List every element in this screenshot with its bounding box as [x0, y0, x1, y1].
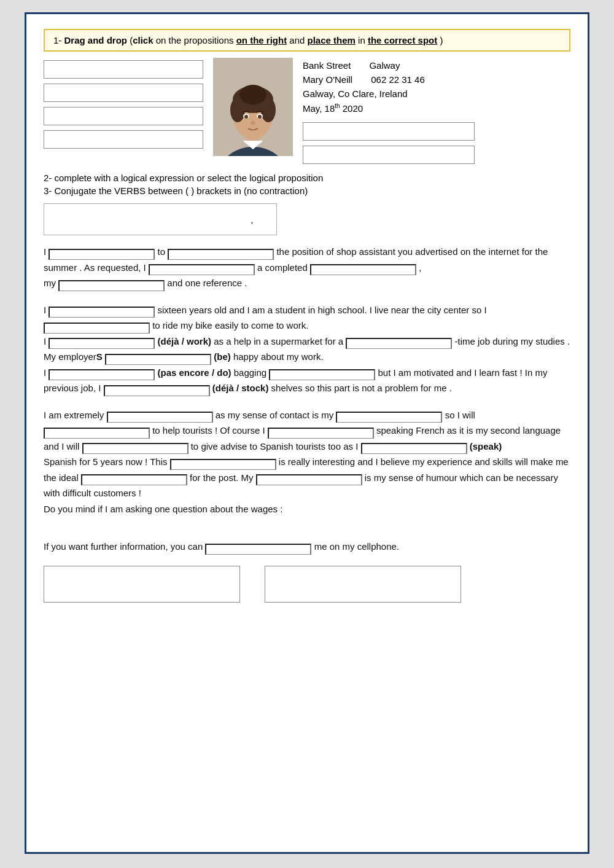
- address-input-2[interactable]: [303, 146, 475, 164]
- phone-label: 062 22 31 46: [371, 74, 425, 85]
- blank-3-7[interactable]: [170, 459, 276, 470]
- right-info: Bank Street Galway Mary O'Neill 062 22 3…: [303, 58, 570, 164]
- inst1-prefix: 1-: [53, 35, 64, 45]
- blank-3-4[interactable]: [268, 428, 374, 439]
- para-2: I sixteen years old and I am a student i…: [44, 302, 570, 396]
- blank-3-3[interactable]: [44, 428, 150, 439]
- bottom-area: [44, 566, 570, 603]
- inst1-mid4: in: [356, 35, 368, 45]
- photo-area: [213, 58, 293, 156]
- para-1: I to the position of shop assistant you …: [44, 244, 570, 291]
- contact-row-2: Mary O'Neill 062 22 31 46: [303, 74, 570, 85]
- blank-3-8[interactable]: [81, 474, 187, 485]
- inst1-bold4: place them: [308, 35, 356, 45]
- blank-3-5[interactable]: [82, 443, 188, 454]
- svg-point-5: [230, 98, 245, 122]
- street-label: Bank Street: [303, 60, 351, 71]
- blank-2-3[interactable]: [49, 338, 155, 349]
- blank-3-6[interactable]: [361, 443, 467, 454]
- inst1-end: ): [437, 35, 443, 45]
- inst1-bold2: click: [133, 35, 153, 45]
- city-label: Galway: [369, 60, 400, 71]
- svg-point-12: [251, 121, 255, 125]
- contact-row-3: Galway, Co Clare, Ireland: [303, 88, 570, 99]
- blank-1-5[interactable]: [58, 280, 165, 291]
- svg-point-10: [244, 115, 248, 119]
- salutation-input[interactable]: [50, 214, 248, 225]
- input-field-4[interactable]: [44, 130, 203, 149]
- blank-2-8[interactable]: [104, 385, 210, 396]
- inst2-prefix: 2-: [44, 173, 55, 183]
- left-inputs: [44, 58, 203, 164]
- salutation-box[interactable]: ,: [44, 203, 277, 235]
- inst1-bold1: Drag and drop: [64, 35, 130, 45]
- inst2-bold2: or select: [196, 173, 231, 183]
- spacer: [44, 528, 570, 539]
- contact-row-4: May, 18th 2020: [303, 103, 570, 114]
- instruction-3: 3- Conjugate the VERBS between ( ) brack…: [44, 186, 570, 196]
- inst1-mid3: and: [287, 35, 307, 45]
- signature-right[interactable]: [265, 566, 461, 603]
- inst2-end: the logical proposition: [231, 173, 323, 183]
- blank-1-1[interactable]: [49, 249, 155, 260]
- blank-2-1[interactable]: [49, 307, 155, 318]
- address-label: Galway, Co Clare, Ireland: [303, 88, 408, 99]
- blank-2-4[interactable]: [346, 338, 452, 349]
- input-field-2[interactable]: [44, 84, 203, 102]
- date-label: May, 18th 2020: [303, 103, 363, 114]
- input-field-3[interactable]: [44, 107, 203, 125]
- para-3: I am extremely as my sense of contact is…: [44, 407, 570, 517]
- main-page: 1- Drag and drop (click on the propositi…: [25, 12, 589, 854]
- instruction-2: 2- complete with a logical expression or…: [44, 173, 570, 183]
- person-photo: [213, 58, 293, 156]
- blank-1-2[interactable]: [168, 249, 274, 260]
- blank-2-2[interactable]: [44, 323, 150, 334]
- salutation-area: ,: [44, 203, 570, 235]
- blank-1-4[interactable]: [310, 264, 416, 275]
- contact-row-1: Bank Street Galway: [303, 60, 570, 71]
- right-inputs: [303, 122, 570, 164]
- inst1-bold3: on the right: [236, 35, 287, 45]
- blank-3-9[interactable]: [256, 474, 362, 485]
- input-field-1[interactable]: [44, 60, 203, 79]
- p1-i: I: [44, 246, 49, 257]
- address-input-1[interactable]: [303, 122, 475, 141]
- blank-2-6[interactable]: [49, 369, 155, 380]
- inst1-bold5: the correct spot: [368, 35, 437, 45]
- blank-1-3[interactable]: [149, 264, 255, 275]
- blank-4-1[interactable]: [205, 544, 311, 555]
- blank-3-1[interactable]: [107, 412, 213, 423]
- inst1-mid2: on the propositions: [154, 35, 236, 45]
- blank-3-2[interactable]: [336, 412, 442, 423]
- letter-body: I to the position of shop assistant you …: [44, 244, 570, 555]
- svg-point-6: [261, 98, 276, 122]
- signature-left[interactable]: [44, 566, 240, 603]
- svg-point-7: [239, 85, 266, 104]
- instruction-1: 1- Drag and drop (click on the propositi…: [44, 29, 570, 52]
- header-area: Bank Street Galway Mary O'Neill 062 22 3…: [44, 58, 570, 164]
- name-label: Mary O'Neill: [303, 74, 352, 85]
- blank-2-7[interactable]: [269, 369, 375, 380]
- svg-point-11: [258, 115, 262, 119]
- inst3-bold: VERBS: [114, 186, 146, 196]
- inst2-bold1: complete: [55, 173, 92, 183]
- blank-2-5[interactable]: [105, 354, 211, 365]
- para-4: If you want further information, you can…: [44, 539, 570, 555]
- inst2-mid: with a logical expression: [91, 173, 196, 183]
